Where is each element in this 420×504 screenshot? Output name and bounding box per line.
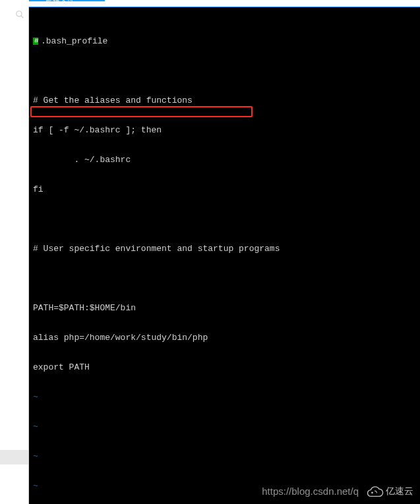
svg-line-1	[21, 16, 24, 18]
code-line: export PATH	[33, 362, 416, 372]
empty-line-tilde: ~	[33, 422, 416, 432]
code-line: . ~/.bashrc	[33, 155, 416, 165]
svg-point-0	[16, 11, 22, 16]
code-line	[33, 273, 416, 283]
watermark-logo: 亿速云	[365, 484, 413, 497]
file-badge-icon: #	[33, 38, 38, 45]
code-line: # Get the aliases and functions	[33, 96, 416, 105]
code-line: fi	[33, 184, 416, 194]
terminal-viewport[interactable]: #.bash_profile # Get the aliases and fun…	[29, 7, 420, 504]
code-line: # User specific environment and startup …	[33, 244, 416, 254]
content-row: #.bash_profile # Get the aliases and fun…	[0, 7, 420, 504]
svg-point-2	[371, 491, 373, 493]
search-icon[interactable]	[15, 10, 24, 19]
active-tab[interactable]: 新建会话	[29, 0, 105, 1]
left-gutter	[0, 7, 29, 504]
code-line: if [ -f ~/.bashrc ]; then	[33, 125, 416, 135]
code-line	[33, 214, 416, 224]
top-bar: 新建会话	[0, 0, 420, 7]
empty-line-tilde: ~	[33, 392, 416, 402]
watermark-brand: 亿速云	[386, 486, 413, 496]
tab-label: 新建会话	[45, 0, 75, 1]
empty-line-tilde: ~	[33, 451, 416, 461]
filename: .bash_profile	[41, 36, 107, 46]
code-line-highlighted: alias php=/home/work/study/bin/php	[33, 333, 416, 343]
code-line	[33, 66, 416, 76]
code-line: PATH=$PATH:$HOME/bin	[33, 303, 416, 313]
cloud-icon	[365, 484, 384, 497]
gutter-selection	[0, 450, 28, 464]
watermark: https://blog.csdn.net/q 亿速云	[262, 484, 413, 497]
watermark-url: https://blog.csdn.net/q	[262, 486, 359, 496]
